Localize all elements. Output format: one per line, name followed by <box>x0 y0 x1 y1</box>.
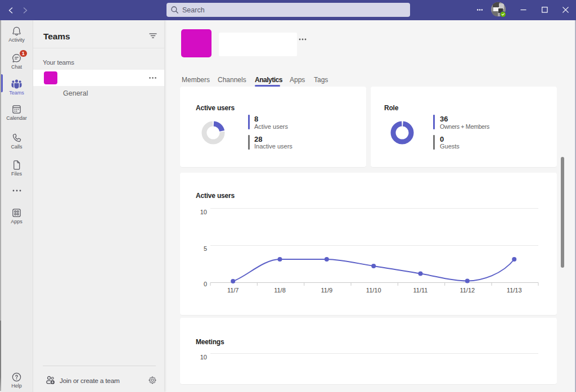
svg-text:11/11: 11/11 <box>413 287 428 294</box>
svg-text:0: 0 <box>204 281 207 287</box>
svg-text:11/12: 11/12 <box>460 287 475 294</box>
svg-text:11/7: 11/7 <box>227 287 239 294</box>
svg-text:11/8: 11/8 <box>274 287 286 294</box>
svg-text:11/9: 11/9 <box>321 287 333 294</box>
svg-text:5: 5 <box>204 245 207 252</box>
svg-text:10: 10 <box>200 354 207 361</box>
svg-text:11/10: 11/10 <box>366 287 381 294</box>
svg-text:11/13: 11/13 <box>507 287 522 294</box>
svg-text:10: 10 <box>200 209 207 215</box>
